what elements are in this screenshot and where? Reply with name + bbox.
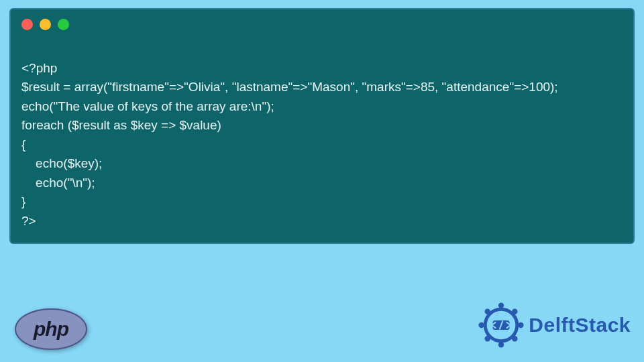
code-line: $result = array("firstname"=>"Olivia", "…: [21, 80, 558, 94]
code-line: }: [21, 194, 25, 208]
code-line: echo("The value of keys of the array are…: [21, 99, 274, 113]
svg-point-1: [498, 302, 504, 308]
php-logo-text: php: [34, 318, 68, 341]
svg-point-6: [512, 309, 517, 314]
svg-point-7: [485, 336, 490, 341]
code-line: ?>: [21, 214, 36, 228]
code-line: <?php: [21, 61, 57, 75]
svg-point-3: [479, 322, 484, 328]
code-window: <?php $result = array("firstname"=>"Oliv…: [9, 8, 635, 244]
code-line: {: [21, 137, 25, 152]
svg-point-2: [498, 342, 504, 347]
brand-logo: DelftStack: [478, 302, 631, 349]
code-line: echo($key);: [21, 156, 102, 170]
svg-point-5: [485, 309, 490, 314]
close-icon[interactable]: [21, 19, 33, 30]
code-line: foreach ($result as $key => $value): [21, 118, 221, 132]
maximize-icon[interactable]: [58, 19, 69, 30]
window-titlebar: [11, 9, 633, 34]
gear-badge-icon: [478, 302, 525, 349]
code-line: echo("\n");: [21, 176, 95, 190]
minimize-icon[interactable]: [40, 19, 51, 30]
brand-name: DelftStack: [529, 314, 631, 337]
code-body: <?php $result = array("firstname"=>"Oliv…: [11, 34, 633, 243]
svg-point-4: [518, 322, 523, 328]
php-logo: php: [15, 308, 87, 350]
svg-point-8: [512, 336, 517, 341]
